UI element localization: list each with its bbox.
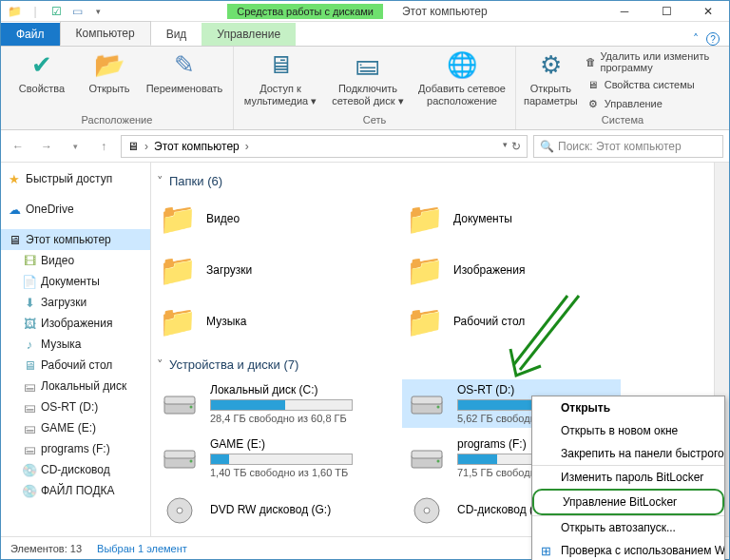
tree-downloads[interactable]: ⬇Загрузки xyxy=(1,292,150,313)
open-params-label: Открыть параметры xyxy=(524,83,578,106)
tree-local-c[interactable]: 🖴Локальный диск xyxy=(1,376,150,396)
navigation-tree[interactable]: ★Быстрый доступ ☁OneDrive 🖥Этот компьюте… xyxy=(1,163,151,536)
svg-point-13 xyxy=(177,508,182,513)
ctx-open[interactable]: Открыть xyxy=(532,396,724,419)
tree-osrt-d[interactable]: 🖴OS-RT (D:) xyxy=(1,396,150,417)
folder-video[interactable]: 📁Видео xyxy=(155,196,374,241)
group-network-label: Сеть xyxy=(363,114,386,126)
tree-desktop[interactable]: 🖥Рабочий стол xyxy=(1,355,150,376)
contextual-tab-label: Средства работы с дисками xyxy=(227,4,383,19)
folder-icon: 📁 xyxy=(406,302,444,340)
uninstall-label: Удалить или изменить программу xyxy=(600,50,721,73)
drive-item[interactable]: Локальный диск (C:) 28,4 ГБ свободно из … xyxy=(155,379,374,428)
folder-documents[interactable]: 📁Документы xyxy=(402,196,621,241)
tree-file-sub[interactable]: 💿ФАЙЛ ПОДКА xyxy=(1,480,150,501)
folder-desktop[interactable]: 📁Рабочий стол xyxy=(402,299,621,344)
svg-rect-10 xyxy=(412,451,442,458)
ctx-open-new-window[interactable]: Открыть в новом окне xyxy=(532,419,724,442)
drive-icon: 🖴 xyxy=(22,420,37,435)
sys-manage-button[interactable]: ⚙ Управление xyxy=(586,96,721,111)
disc-icon: 💿 xyxy=(22,462,37,477)
address-dropdown-icon[interactable]: ▾ xyxy=(503,140,508,153)
maximize-button[interactable]: ☐ xyxy=(645,1,687,22)
qat-dropdown-icon[interactable]: ▾ xyxy=(90,4,106,19)
folder-icon: 📁 xyxy=(406,251,444,289)
svg-rect-4 xyxy=(412,396,442,404)
tab-computer[interactable]: Компьютер xyxy=(60,21,151,46)
svg-point-5 xyxy=(437,405,440,408)
drive-icon xyxy=(406,385,448,423)
group-system-label: Система xyxy=(602,114,644,126)
tree-onedrive[interactable]: ☁OneDrive xyxy=(1,199,150,220)
ctx-open-autoplay[interactable]: Открыть автозапуск... xyxy=(532,515,724,539)
sys-props-button[interactable]: 🖥 Свойства системы xyxy=(586,77,721,92)
drive-item[interactable]: DVD RW дисковод (G:) xyxy=(155,488,374,533)
ctx-change-bitlocker-password[interactable]: Изменить пароль BitLocker xyxy=(532,465,724,489)
qat-props-icon[interactable]: ☑ xyxy=(48,4,64,19)
section-drives-header[interactable]: ˅ Устройства и диски (7) xyxy=(157,357,710,372)
ctx-defender-scan[interactable]: ⊞ Проверка с использованием Windows xyxy=(532,539,724,560)
sys-props-icon: 🖥 xyxy=(586,77,601,92)
close-button[interactable]: ✕ xyxy=(687,1,729,22)
tab-file[interactable]: Файл xyxy=(1,23,60,46)
folder-music[interactable]: 📁Музыка xyxy=(155,299,374,344)
tree-programs-f[interactable]: 🖴programs (F:) xyxy=(1,438,150,459)
music-icon: ♪ xyxy=(22,337,37,352)
tree-this-pc[interactable]: 🖥Этот компьютер xyxy=(1,229,150,250)
folder-downloads[interactable]: 📁Загрузки xyxy=(155,247,374,293)
props-button[interactable]: ✔ Свойства xyxy=(9,50,75,95)
nav-history-dropdown[interactable]: ▾ xyxy=(64,135,86,158)
svg-point-8 xyxy=(190,459,193,462)
open-button[interactable]: 📂 Открыть xyxy=(83,50,136,95)
folder-icon: 📁 xyxy=(159,251,197,289)
tab-view[interactable]: Вид xyxy=(151,23,202,46)
nav-up-button[interactable]: ↑ xyxy=(92,135,115,158)
minimize-button[interactable]: ─ xyxy=(604,1,645,22)
svg-rect-7 xyxy=(164,451,195,458)
help-icon[interactable]: ? xyxy=(706,32,720,46)
breadcrumb-root[interactable]: Этот компьютер xyxy=(154,140,240,153)
tree-quick-access[interactable]: ★Быстрый доступ xyxy=(1,168,150,189)
svg-point-15 xyxy=(424,508,430,513)
svg-point-11 xyxy=(437,459,440,462)
ctx-pin-quick-access[interactable]: Закрепить на панели быстрого доступа xyxy=(532,442,724,465)
tab-manage[interactable]: Управление xyxy=(202,23,296,46)
open-params-button[interactable]: ⚙ Открыть параметры xyxy=(524,50,578,106)
drive-name: OS-RT (D:) xyxy=(457,383,617,396)
search-input[interactable]: 🔍 Поиск: Этот компьютер xyxy=(533,135,723,158)
svg-point-2 xyxy=(190,405,193,408)
chevron-right-icon: › xyxy=(245,140,249,153)
props-icon: ✔ xyxy=(27,50,57,81)
media-access-button[interactable]: 🖥 Доступ к мультимедиа ▾ xyxy=(241,50,319,106)
rename-button[interactable]: ✎ Переименовать xyxy=(144,50,225,95)
shield-icon: ⊞ xyxy=(538,543,553,558)
section-folders-header[interactable]: ˅ Папки (6) xyxy=(157,174,710,188)
refresh-icon[interactable]: ↻ xyxy=(511,140,521,153)
drive-icon xyxy=(159,492,201,530)
ctx-manage-bitlocker[interactable]: Управление BitLocker xyxy=(532,489,724,515)
drive-icon xyxy=(159,385,201,423)
tree-pictures[interactable]: 🖼Изображения xyxy=(1,313,150,334)
qat-new-icon[interactable]: ▭ xyxy=(69,4,85,19)
ribbon-expand-icon[interactable]: ˄ xyxy=(693,32,699,46)
tree-documents[interactable]: 📄Документы xyxy=(1,271,150,292)
settings-icon: ⚙ xyxy=(535,50,566,81)
address-bar[interactable]: 🖥 › Этот компьютер › ▾ ↻ xyxy=(121,135,528,158)
nav-forward-button[interactable]: → xyxy=(35,135,58,158)
tree-music[interactable]: ♪Музыка xyxy=(1,334,150,355)
map-drive-button[interactable]: 🖴 Подключить сетевой диск ▾ xyxy=(327,50,409,106)
add-netloc-button[interactable]: 🌐 Добавить сетевое расположение xyxy=(416,50,508,106)
tree-game-e[interactable]: 🖴GAME (E:) xyxy=(1,417,150,438)
tree-video[interactable]: 🎞Видео xyxy=(1,250,150,271)
drive-icon xyxy=(159,439,201,477)
uninstall-button[interactable]: 🗑 Удалить или изменить программу xyxy=(586,50,721,73)
drive-icon xyxy=(406,492,448,530)
tree-cd[interactable]: 💿CD-дисковод xyxy=(1,459,150,480)
media-icon: 🖥 xyxy=(265,50,296,81)
nav-back-button[interactable]: ← xyxy=(7,135,29,158)
search-placeholder: Поиск: Этот компьютер xyxy=(558,140,682,153)
folder-pictures[interactable]: 📁Изображения xyxy=(402,247,621,293)
sys-manage-label: Управление xyxy=(605,98,663,109)
drive-item[interactable]: GAME (E:) 1,40 ТБ свободно из 1,60 ТБ xyxy=(155,434,374,482)
status-selected: Выбран 1 элемент xyxy=(97,543,187,554)
